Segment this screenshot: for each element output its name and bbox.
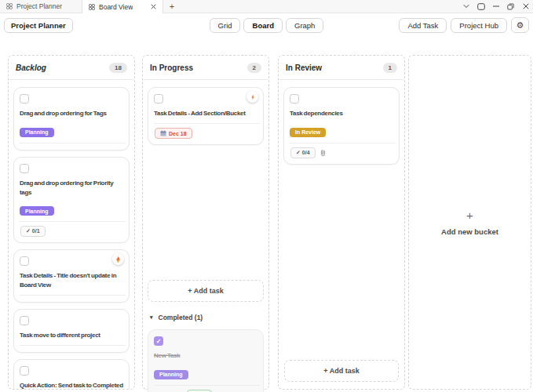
task-card[interactable]: Task Details - Title doesn't update in B… [13,249,130,303]
toolbar-right: Add Task Project Hub ⚙ [399,17,529,33]
column-backlog: Backlog 18 Drag and drop ordering for Ta… [8,55,135,390]
divider [143,79,268,80]
plus-icon: + [466,209,473,222]
toolbar: Project Planner Grid Board Graph Add Tas… [0,13,533,37]
column-count-badge: 18 [109,63,127,73]
app-window: Project Planner Board View + Project Pla… [0,0,533,392]
divider [20,221,126,222]
divider [290,143,396,143]
board-view-button[interactable]: Board [244,18,283,33]
task-card[interactable]: Drag and drop ordering for Priority tags… [13,157,130,244]
divider [279,79,404,80]
task-card[interactable]: Quick Action: Send task to Completed [13,359,130,390]
tab-close-icon[interactable] [151,4,156,9]
project-hub-button[interactable]: Project Hub [451,18,507,33]
column-title[interactable]: Backlog [16,64,46,72]
check-icon: ✓ [156,338,162,345]
column-in-review: In Review 1 Task dependencies In Review … [278,55,405,390]
column-count-badge: 1 [383,63,397,73]
divider [9,79,134,80]
settings-button[interactable]: ⚙ [511,17,529,33]
tab-project-planner[interactable]: Project Planner [0,0,82,13]
task-checkbox[interactable] [154,94,163,103]
task-checkbox-checked[interactable]: ✓ [154,336,163,346]
task-title: Task move to different project [20,331,123,340]
fire-icon [112,253,124,265]
task-card[interactable]: Task move to different project [13,309,130,353]
card-footer: Dec 30 ✓ 2/2 [154,389,257,392]
column-title[interactable]: In Review [286,64,322,72]
task-checkbox[interactable] [20,256,29,266]
task-title: Drag and drop ordering for Priority tags [20,179,123,198]
completed-task-card[interactable]: ✓ New Task Planning Dec 30 ✓ 2/2 [148,329,264,392]
chevron-down-icon[interactable] [458,0,473,13]
task-title: Quick Action: Send task to Completed [20,381,123,390]
gear-icon: ⚙ [517,20,524,31]
window-controls [458,0,533,13]
calendar-icon [160,130,166,136]
task-title: Task Details - Add Section/Bucket [154,109,257,118]
tag-planning: Planning [20,206,54,216]
tab-label: Project Planner [16,2,62,10]
divider [154,385,260,386]
task-checkbox[interactable] [20,316,29,325]
tag-in-review: In Review [290,128,326,137]
close-button[interactable] [518,0,533,13]
project-title-input[interactable]: Project Planner [4,18,73,33]
add-task-button[interactable]: Add Task [399,18,447,33]
card-footer: Dec 18 [154,127,257,141]
tab-label: Board View [99,3,133,11]
column-count-badge: 2 [247,63,261,73]
column-title[interactable]: In Progress [150,64,193,72]
new-tab-button[interactable]: + [163,0,181,13]
bolt-icon [246,91,258,103]
task-title: Task Details - Title doesn't update in B… [20,271,123,290]
titlebar: Project Planner Board View + [0,0,533,13]
task-card[interactable]: Drag and drop ordering for Tags Planning [13,87,130,151]
task-title: Drag and drop ordering for Tags [20,109,123,118]
caret-down-icon: ▾ [150,314,153,321]
task-checkbox[interactable] [20,94,29,103]
tag-planning: Planning [20,128,54,137]
divider [20,345,126,346]
column-in-progress: In Progress 2 Task Details - Add Section… [142,55,269,390]
checklist-badge: ✓ 0/1 [20,226,46,237]
tab-board-view[interactable]: Board View [82,0,163,13]
app-grid-icon [89,4,95,10]
divider [154,123,260,124]
due-date-badge: Dec 18 [155,128,192,139]
add-task-button[interactable]: + Add task [284,360,399,382]
task-card[interactable]: Task Details - Add Section/Bucket Dec 18 [148,87,264,145]
due-date-label: Dec 18 [169,131,187,136]
completed-section-toggle[interactable]: ▾ Completed (1) [150,314,261,321]
add-bucket-label: Add new bucket [441,227,498,236]
attachment-icon [320,149,326,157]
checklist-badge: ✓ 2/2 [187,390,212,392]
kanban-board: Backlog 18 Drag and drop ordering for Ta… [0,37,533,392]
layout-icon[interactable] [473,0,488,13]
task-checkbox[interactable] [20,366,29,376]
task-title: New Task [154,351,257,361]
card-footer: ✓ 0/1 [20,225,123,239]
card-footer: ✓ 0/4 [290,147,393,161]
checklist-badge: ✓ 0/4 [290,147,316,158]
add-task-button[interactable]: + Add task [148,280,264,302]
column-header: Backlog 18 [13,60,130,73]
minimize-button[interactable] [488,0,503,13]
add-bucket-column[interactable]: + Add new bucket [408,55,531,390]
tag-planning: Planning [154,370,188,379]
divider [20,295,126,296]
task-title: Task dependencies [290,109,393,118]
task-checkbox[interactable] [290,94,299,103]
task-checkbox[interactable] [20,164,29,173]
completed-section-label: Completed (1) [159,314,203,321]
task-card[interactable]: Task dependencies In Review ✓ 0/4 [283,87,400,165]
grid-view-button[interactable]: Grid [210,18,241,33]
app-grid-icon [6,3,13,9]
view-switcher: Grid Board Graph [210,18,324,33]
divider [20,143,126,143]
column-header: In Progress 2 [148,60,264,73]
column-header: In Review 1 [283,60,400,73]
graph-view-button[interactable]: Graph [286,18,323,33]
maximize-restore-button[interactable] [503,0,518,13]
